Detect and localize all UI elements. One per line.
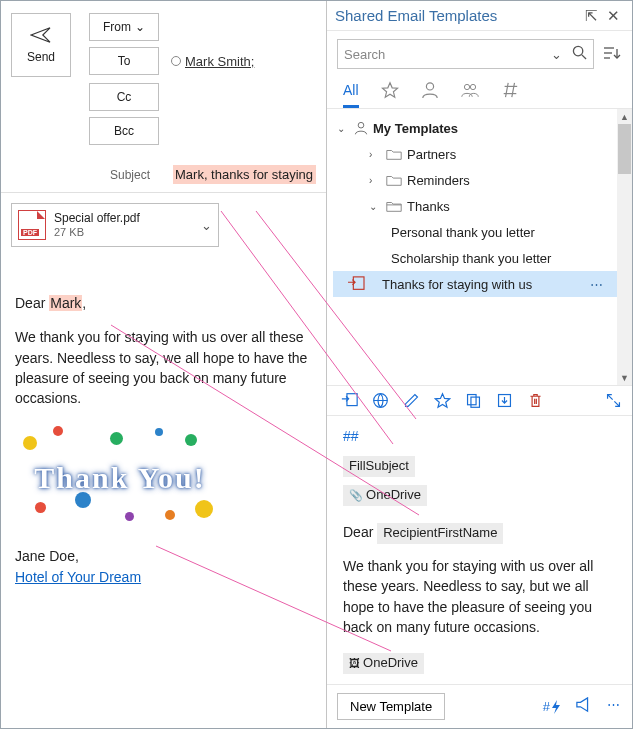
to-value[interactable]: Mark Smith; [167, 47, 316, 75]
bcc-label: Bcc [114, 124, 134, 138]
from-value[interactable] [167, 13, 316, 41]
thank-you-text: Thank You! [15, 422, 225, 532]
person-icon [354, 121, 368, 135]
insert-button[interactable] [341, 392, 358, 409]
bcc-button[interactable]: Bcc [89, 117, 159, 145]
tab-all-label: All [343, 82, 359, 98]
recipient-name: Mark Smith; [185, 54, 254, 69]
subject-label: Subject [95, 168, 165, 182]
footer-icons: # ⋯ [543, 697, 622, 716]
template-item-selected[interactable]: Thanks for staying with us ⋯ [333, 271, 617, 297]
copy-button[interactable] [465, 392, 482, 409]
compose-header: Send From ⌄ To Mark Smith; [1, 1, 326, 153]
attachment-chip[interactable]: OneDrive [343, 485, 427, 506]
folder-label: Thanks [407, 199, 450, 214]
caret-down-icon: ⌄ [369, 201, 381, 212]
body-paragraph: We thank you for staying with us over al… [15, 327, 312, 408]
export-button[interactable] [496, 392, 513, 409]
send-label: Send [27, 50, 55, 64]
signature-link[interactable]: Hotel of Your Dream [15, 569, 141, 585]
caret-right-icon: › [369, 175, 381, 186]
from-label: From [103, 20, 131, 34]
tab-all[interactable]: All [343, 77, 359, 108]
preview-body: We thank you for staying with us over al… [343, 556, 616, 637]
search-placeholder: Search [344, 47, 551, 62]
chevron-down-icon[interactable]: ⌄ [551, 47, 562, 62]
hash-bolt-icon[interactable]: # [543, 697, 561, 716]
cc-button[interactable]: Cc [89, 83, 159, 111]
image-chip[interactable]: OneDrive [343, 653, 424, 674]
tree-container: ⌄ My Templates › Partners › Reminders ⌄ [327, 109, 632, 385]
edit-button[interactable] [403, 392, 420, 409]
new-template-button[interactable]: New Template [337, 693, 445, 720]
scroll-up-icon[interactable]: ▲ [617, 109, 632, 124]
tree-root[interactable]: ⌄ My Templates [333, 115, 617, 141]
favorite-button[interactable] [434, 392, 451, 409]
search-row: Search ⌄ [327, 31, 632, 77]
pin-icon[interactable]: ⇱ [580, 7, 602, 25]
greeting-prefix: Dear [343, 524, 377, 540]
attachment-meta: Special offer.pdf 27 KB [54, 211, 140, 239]
tree-folder-reminders[interactable]: › Reminders [333, 167, 617, 193]
template-item[interactable]: Scholarship thank you letter [333, 245, 617, 271]
tree-folder-partners[interactable]: › Partners [333, 141, 617, 167]
svg-line-14 [505, 82, 508, 96]
tab-tags[interactable] [501, 77, 519, 108]
greeting-suffix: , [82, 295, 86, 311]
divider [1, 192, 326, 193]
person-icon [421, 81, 439, 99]
recipient-chip[interactable]: Mark Smith; [171, 54, 254, 69]
more-icon[interactable]: ⋯ [590, 277, 605, 292]
template-item[interactable]: Personal thank you letter [333, 219, 617, 245]
macro-marker: ## [343, 426, 616, 446]
folder-icon [386, 174, 402, 187]
send-button[interactable]: Send [11, 13, 71, 77]
search-icon[interactable] [572, 45, 587, 63]
template-preview: ## FillSubject OneDrive Dear RecipientFi… [327, 416, 632, 684]
tab-bar: All [327, 77, 632, 109]
subject-input[interactable]: Mark, thanks for staying [173, 165, 316, 184]
search-input[interactable]: Search ⌄ [337, 39, 594, 69]
scroll-thumb[interactable] [618, 124, 631, 174]
svg-point-10 [464, 84, 469, 89]
people-icon [461, 81, 479, 99]
panel-footer: New Template # ⋯ [327, 684, 632, 728]
to-button[interactable]: To [89, 47, 159, 75]
tab-favorites[interactable] [381, 77, 399, 108]
template-tree: ⌄ My Templates › Partners › Reminders ⌄ [327, 109, 617, 385]
bcc-value[interactable] [167, 117, 316, 145]
from-button[interactable]: From ⌄ [89, 13, 159, 41]
svg-rect-22 [471, 397, 480, 407]
svg-point-4 [573, 46, 582, 55]
close-icon[interactable]: ✕ [602, 7, 624, 25]
folder-icon [386, 148, 402, 161]
cc-value[interactable] [167, 83, 316, 111]
tree-scrollbar[interactable]: ▲ ▼ [617, 109, 632, 385]
attachment-size: 27 KB [54, 225, 140, 239]
svg-line-5 [582, 55, 586, 59]
template-label: Scholarship thank you letter [391, 251, 551, 266]
tab-team[interactable] [461, 77, 479, 108]
tab-personal[interactable] [421, 77, 439, 108]
hash-icon [501, 81, 519, 99]
scroll-down-icon[interactable]: ▼ [617, 370, 632, 385]
attachment-name: Special offer.pdf [54, 211, 140, 225]
attachment-chip[interactable]: Special offer.pdf 27 KB ⌄ [11, 203, 219, 247]
expand-button[interactable] [605, 392, 622, 409]
announce-icon[interactable] [575, 697, 593, 716]
caret-down-icon: ⌄ [337, 123, 349, 134]
chevron-down-icon: ⌄ [135, 20, 145, 34]
fill-subject-chip[interactable]: FillSubject [343, 456, 415, 477]
delete-button[interactable] [527, 392, 544, 409]
cc-label: Cc [117, 90, 132, 104]
tree-folder-thanks[interactable]: ⌄ Thanks [333, 193, 617, 219]
message-body[interactable]: Dear Mark, We thank you for staying with… [1, 257, 326, 728]
sort-icon[interactable] [602, 45, 622, 64]
globe-button[interactable] [372, 392, 389, 409]
app-root: Send From ⌄ To Mark Smith; [0, 0, 633, 729]
preview-greeting: Dear RecipientFirstName [343, 522, 616, 544]
hash-label: # [543, 699, 550, 714]
more-icon[interactable]: ⋯ [607, 697, 622, 716]
chevron-down-icon[interactable]: ⌄ [201, 218, 212, 233]
recipient-macro-chip[interactable]: RecipientFirstName [377, 523, 503, 544]
